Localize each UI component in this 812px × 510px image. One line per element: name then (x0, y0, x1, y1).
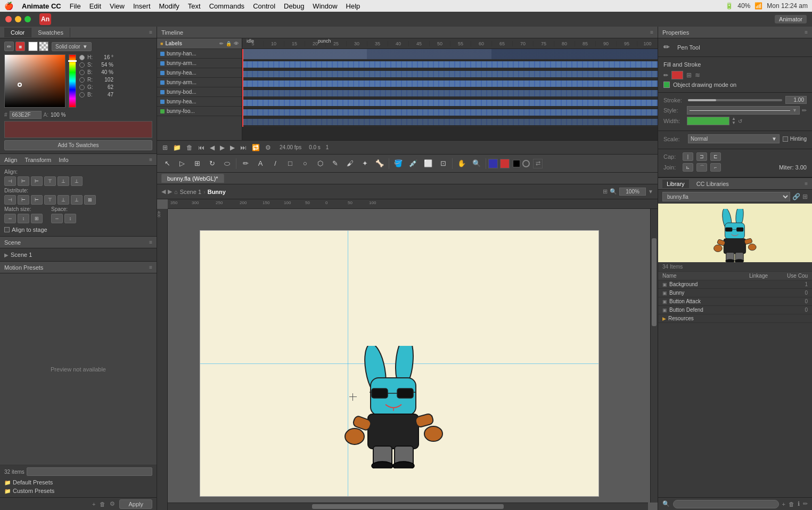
tab-swatches[interactable]: Swatches (31, 28, 70, 37)
layer-foo[interactable]: bunny-foo... (157, 107, 242, 116)
menu-insert[interactable]: Insert (133, 2, 151, 10)
add-to-swatches-button[interactable]: Add To Swatches (4, 140, 152, 150)
fit-icon[interactable]: ⊞ (603, 188, 608, 195)
zoom-value[interactable]: 100% (619, 188, 646, 196)
r-radio[interactable] (79, 77, 85, 83)
width-reset-icon[interactable]: ↺ (738, 118, 742, 124)
space-v[interactable]: ↕ (64, 214, 76, 223)
match-width[interactable]: ↔ (4, 214, 16, 223)
playhead[interactable] (242, 49, 243, 127)
tool-3d-rotate[interactable]: ↻ (205, 157, 219, 171)
tool-line[interactable]: / (268, 157, 282, 171)
motion-search-input[interactable] (27, 467, 152, 476)
tool-hand[interactable]: ✋ (455, 157, 469, 171)
stroke-value-input[interactable] (785, 96, 807, 104)
tool-oval[interactable]: ○ (298, 157, 312, 171)
library-file-select[interactable]: bunny.fla (662, 192, 790, 201)
step-fwd-btn[interactable]: ▶ (229, 144, 236, 151)
object-drawing-checkbox[interactable] (663, 82, 670, 88)
lib-tab-cc[interactable]: CC Libraries (692, 180, 733, 188)
menu-edit[interactable]: Edit (89, 2, 101, 10)
tool-deco[interactable]: ✦ (358, 157, 372, 171)
dist-center-h[interactable]: ⊢ (18, 195, 29, 205)
hue-strip[interactable] (69, 54, 76, 108)
labels-visible[interactable]: 👁 (234, 41, 239, 46)
zoom-arrows[interactable]: ▼ (648, 189, 653, 195)
lib-add-btn[interactable]: + (782, 501, 785, 507)
lib-item-button-defend[interactable]: ▣ Button Defend 0 (658, 306, 812, 314)
menu-debug[interactable]: Debug (284, 2, 304, 10)
width-bar[interactable] (687, 117, 729, 125)
lib-item-bunny[interactable]: ▣ Bunny 0 (658, 289, 812, 297)
tool-text[interactable]: A (253, 157, 267, 171)
menu-commands[interactable]: Commands (209, 2, 244, 10)
nav-fwd-btn[interactable]: ▶ (168, 188, 172, 195)
scene-item[interactable]: ▶ Scene 1 (4, 250, 152, 259)
fill-swatch[interactable] (671, 71, 683, 79)
align-panel-close[interactable]: ≡ (149, 157, 152, 163)
step-back-btn[interactable]: ◀ (209, 144, 216, 151)
tool-paint-bucket[interactable]: 🪣 (391, 157, 405, 171)
custom-presets-item[interactable]: 📁 Custom Presets (4, 487, 152, 495)
info-tab[interactable]: Info (59, 157, 68, 163)
stroke-color-btn[interactable] (500, 159, 510, 168)
delete-layer-btn[interactable]: 🗑 (185, 144, 194, 151)
layer-arm1[interactable]: bunny-arm... (157, 59, 242, 68)
solid-color-dropdown[interactable]: Solid color ▼ (52, 42, 92, 51)
b-radio[interactable] (79, 92, 85, 98)
dist-center-v[interactable]: ⊥ (58, 195, 69, 205)
style-edit-icon[interactable]: ✏ (802, 107, 807, 114)
nav-scene[interactable]: Scene 1 (180, 189, 201, 195)
align-left[interactable]: ⊣ (4, 176, 16, 186)
timeline-close[interactable]: ≡ (650, 29, 653, 35)
canvas-area[interactable]: 350 300 250 200 150 100 50 0 50 100 400 (157, 199, 658, 510)
join-bevel[interactable]: ⌐ (710, 163, 721, 172)
fill-pattern-icon[interactable]: ≋ (695, 71, 700, 79)
swatch-transparent[interactable] (39, 42, 48, 51)
scale-dropdown[interactable]: Normal ▼ (688, 134, 780, 143)
scroll-thumb-v[interactable] (652, 238, 657, 326)
play-btn[interactable]: ▶ (219, 144, 226, 151)
stroke-icon[interactable]: ✏ (4, 42, 14, 51)
new-layer-btn[interactable]: ⊞ (161, 144, 169, 151)
app-name[interactable]: Animate CC (22, 2, 61, 10)
add-preset-icon[interactable]: + (92, 501, 95, 507)
fill-icon[interactable]: ■ (15, 42, 25, 51)
layer-arm2[interactable]: bunny-arm... (157, 78, 242, 87)
align-bottom[interactable]: ⊥ (71, 176, 83, 186)
space-h[interactable]: ↔ (51, 214, 63, 223)
tool-subselect[interactable]: ▷ (175, 157, 189, 171)
close-button[interactable] (5, 16, 12, 22)
lib-item-resources[interactable]: ▶ Resources (658, 314, 812, 323)
tool-bone[interactable]: 🦴 (373, 157, 387, 171)
tool-zoom[interactable]: 🔍 (470, 157, 483, 171)
width-down[interactable]: ▼ (732, 121, 736, 125)
tool-width[interactable]: ⊡ (436, 157, 450, 171)
scene-panel-close[interactable]: ≡ (149, 239, 152, 245)
default-presets-item[interactable]: 📁 Default Presets (4, 478, 152, 487)
hue-radio[interactable] (79, 55, 85, 60)
fill-pencil-icon[interactable]: ✏ (663, 72, 668, 79)
layer-hea2[interactable]: bunny-hea... (157, 97, 242, 107)
dist-right[interactable]: ⊢ (31, 195, 43, 205)
tool-transform-free[interactable]: ⊞ (190, 157, 204, 171)
minimize-button[interactable] (15, 16, 21, 22)
scroll-horizontal[interactable] (168, 503, 648, 510)
new-folder-btn[interactable]: 📁 (172, 144, 182, 151)
cap-round[interactable]: | (683, 152, 693, 161)
menu-help[interactable]: Help (346, 2, 360, 10)
play-next-btn[interactable]: ⏭ (239, 144, 248, 151)
menu-text[interactable]: Text (188, 2, 201, 10)
cap-square[interactable]: ⊐ (696, 152, 707, 161)
menu-window[interactable]: Window (313, 2, 337, 10)
layer-han[interactable]: bunny-han... (157, 49, 242, 59)
style-preview[interactable]: ▼ (687, 106, 800, 115)
no-color-btn[interactable] (522, 160, 530, 167)
tool-lasso[interactable]: ⬭ (220, 157, 234, 171)
align-to-stage-checkbox[interactable] (4, 227, 10, 232)
dist-bottom[interactable]: ⊥ (71, 195, 83, 205)
color-panel-close[interactable]: ≡ (149, 29, 152, 35)
lib-edit-btn[interactable]: ✏ (803, 500, 808, 507)
zoom-icon[interactable]: 🔍 (610, 188, 617, 195)
gradient-picker[interactable] (4, 54, 65, 108)
